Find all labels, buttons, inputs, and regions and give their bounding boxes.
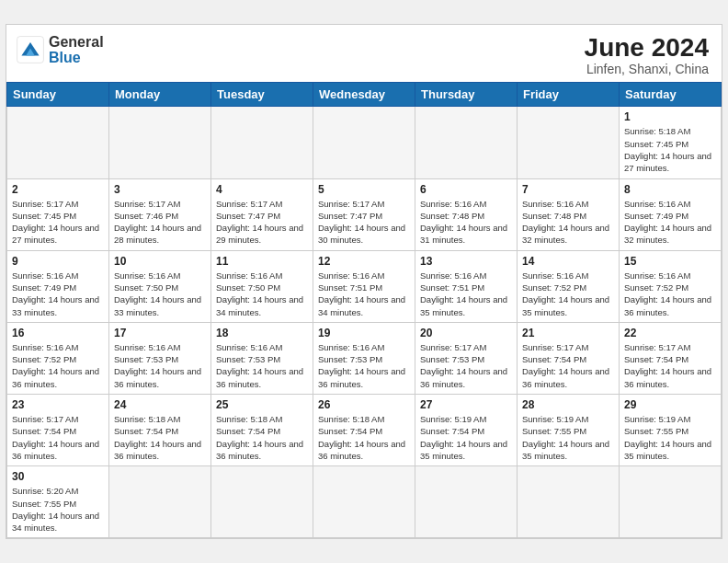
day-info: Sunrise: 5:17 AMSunset: 7:45 PMDaylight:… xyxy=(12,198,104,247)
logo-text: General Blue xyxy=(49,34,104,66)
header-wednesday: Wednesday xyxy=(313,83,415,107)
table-row: 24Sunrise: 5:18 AMSunset: 7:54 PMDayligh… xyxy=(109,395,211,466)
table-row xyxy=(518,466,620,538)
table-row: 7Sunrise: 5:16 AMSunset: 7:48 PMDaylight… xyxy=(518,178,620,250)
table-row xyxy=(211,107,313,178)
day-number: 1 xyxy=(624,110,716,123)
month-year-title: June 2024 xyxy=(585,34,709,63)
table-row: 6Sunrise: 5:16 AMSunset: 7:48 PMDaylight… xyxy=(415,178,518,250)
day-number: 8 xyxy=(624,183,716,196)
table-row: 30Sunrise: 5:20 AMSunset: 7:55 PMDayligh… xyxy=(7,466,109,538)
day-info: Sunrise: 5:19 AMSunset: 7:55 PMDaylight:… xyxy=(522,413,614,462)
day-info: Sunrise: 5:18 AMSunset: 7:54 PMDaylight:… xyxy=(318,413,410,462)
day-number: 4 xyxy=(216,183,308,196)
calendar-table: Sunday Monday Tuesday Wednesday Thursday… xyxy=(6,82,722,538)
table-row: 20Sunrise: 5:17 AMSunset: 7:53 PMDayligh… xyxy=(415,322,518,394)
day-number: 10 xyxy=(114,255,206,268)
table-row: 27Sunrise: 5:19 AMSunset: 7:54 PMDayligh… xyxy=(415,395,518,466)
table-row: 4Sunrise: 5:17 AMSunset: 7:47 PMDaylight… xyxy=(211,178,313,250)
header-friday: Friday xyxy=(518,83,620,107)
day-info: Sunrise: 5:16 AMSunset: 7:49 PMDaylight:… xyxy=(12,270,104,318)
table-row: 23Sunrise: 5:17 AMSunset: 7:54 PMDayligh… xyxy=(7,395,109,466)
day-number: 7 xyxy=(522,183,614,196)
day-info: Sunrise: 5:16 AMSunset: 7:48 PMDaylight:… xyxy=(522,198,614,247)
day-info: Sunrise: 5:17 AMSunset: 7:47 PMDaylight:… xyxy=(216,198,308,247)
day-number: 15 xyxy=(624,255,716,268)
table-row xyxy=(415,107,518,178)
table-row xyxy=(109,107,211,178)
weekday-header-row: Sunday Monday Tuesday Wednesday Thursday… xyxy=(7,83,722,107)
day-info: Sunrise: 5:16 AMSunset: 7:53 PMDaylight:… xyxy=(114,341,206,390)
table-row: 28Sunrise: 5:19 AMSunset: 7:55 PMDayligh… xyxy=(518,395,620,466)
header-thursday: Thursday xyxy=(415,83,518,107)
day-number: 24 xyxy=(114,398,206,411)
table-row: 16Sunrise: 5:16 AMSunset: 7:52 PMDayligh… xyxy=(7,322,109,394)
day-number: 27 xyxy=(420,398,512,411)
table-row: 2Sunrise: 5:17 AMSunset: 7:45 PMDaylight… xyxy=(7,178,109,250)
day-info: Sunrise: 5:17 AMSunset: 7:54 PMDaylight:… xyxy=(12,413,104,462)
day-number: 30 xyxy=(12,470,104,483)
day-number: 23 xyxy=(12,398,104,411)
table-row: 3Sunrise: 5:17 AMSunset: 7:46 PMDaylight… xyxy=(109,178,211,250)
day-number: 14 xyxy=(522,255,614,268)
day-number: 13 xyxy=(420,255,512,268)
day-info: Sunrise: 5:16 AMSunset: 7:51 PMDaylight:… xyxy=(318,270,410,318)
day-number: 2 xyxy=(12,183,104,196)
day-info: Sunrise: 5:16 AMSunset: 7:50 PMDaylight:… xyxy=(114,270,206,318)
table-row xyxy=(518,107,620,178)
day-info: Sunrise: 5:17 AMSunset: 7:54 PMDaylight:… xyxy=(624,341,716,390)
table-row: 1Sunrise: 5:18 AMSunset: 7:45 PMDaylight… xyxy=(620,107,722,178)
calendar-row-1: 1Sunrise: 5:18 AMSunset: 7:45 PMDaylight… xyxy=(7,107,722,178)
day-info: Sunrise: 5:20 AMSunset: 7:55 PMDaylight:… xyxy=(12,485,104,534)
day-info: Sunrise: 5:17 AMSunset: 7:53 PMDaylight:… xyxy=(420,341,512,390)
day-number: 28 xyxy=(522,398,614,411)
header-tuesday: Tuesday xyxy=(211,83,313,107)
calendar-row-6: 30Sunrise: 5:20 AMSunset: 7:55 PMDayligh… xyxy=(7,466,722,538)
day-info: Sunrise: 5:17 AMSunset: 7:54 PMDaylight:… xyxy=(522,341,614,390)
table-row: 13Sunrise: 5:16 AMSunset: 7:51 PMDayligh… xyxy=(415,250,518,322)
header-sunday: Sunday xyxy=(7,83,109,107)
day-info: Sunrise: 5:16 AMSunset: 7:49 PMDaylight:… xyxy=(624,198,716,247)
table-row xyxy=(313,107,415,178)
day-number: 6 xyxy=(420,183,512,196)
calendar-header: General Blue June 2024 Linfen, Shanxi, C… xyxy=(6,25,722,83)
day-info: Sunrise: 5:16 AMSunset: 7:53 PMDaylight:… xyxy=(216,341,308,390)
day-info: Sunrise: 5:17 AMSunset: 7:46 PMDaylight:… xyxy=(114,198,206,247)
day-info: Sunrise: 5:16 AMSunset: 7:53 PMDaylight:… xyxy=(318,341,410,390)
table-row: 21Sunrise: 5:17 AMSunset: 7:54 PMDayligh… xyxy=(518,322,620,394)
calendar-row-2: 2Sunrise: 5:17 AMSunset: 7:45 PMDaylight… xyxy=(7,178,722,250)
day-number: 20 xyxy=(420,327,512,339)
location-subtitle: Linfen, Shanxi, China xyxy=(585,62,709,76)
table-row: 22Sunrise: 5:17 AMSunset: 7:54 PMDayligh… xyxy=(620,322,722,394)
calendar-container: General Blue June 2024 Linfen, Shanxi, C… xyxy=(6,24,722,540)
table-row: 12Sunrise: 5:16 AMSunset: 7:51 PMDayligh… xyxy=(313,250,415,322)
day-number: 3 xyxy=(114,183,206,196)
header-saturday: Saturday xyxy=(620,83,722,107)
day-info: Sunrise: 5:16 AMSunset: 7:50 PMDaylight:… xyxy=(216,270,308,318)
day-number: 12 xyxy=(318,255,410,268)
day-info: Sunrise: 5:19 AMSunset: 7:54 PMDaylight:… xyxy=(420,413,512,462)
general-blue-logo-icon xyxy=(16,35,45,64)
day-number: 25 xyxy=(216,398,308,411)
table-row: 8Sunrise: 5:16 AMSunset: 7:49 PMDaylight… xyxy=(620,178,722,250)
day-info: Sunrise: 5:16 AMSunset: 7:48 PMDaylight:… xyxy=(420,198,512,247)
table-row: 25Sunrise: 5:18 AMSunset: 7:54 PMDayligh… xyxy=(211,395,313,466)
header-monday: Monday xyxy=(109,83,211,107)
day-number: 21 xyxy=(522,327,614,339)
table-row: 10Sunrise: 5:16 AMSunset: 7:50 PMDayligh… xyxy=(109,250,211,322)
day-info: Sunrise: 5:17 AMSunset: 7:47 PMDaylight:… xyxy=(318,198,410,247)
table-row xyxy=(415,466,518,538)
day-number: 17 xyxy=(114,327,206,339)
table-row xyxy=(109,466,211,538)
day-number: 9 xyxy=(12,255,104,268)
table-row: 5Sunrise: 5:17 AMSunset: 7:47 PMDaylight… xyxy=(313,178,415,250)
title-area: June 2024 Linfen, Shanxi, China xyxy=(585,34,709,77)
table-row: 14Sunrise: 5:16 AMSunset: 7:52 PMDayligh… xyxy=(518,250,620,322)
day-info: Sunrise: 5:16 AMSunset: 7:52 PMDaylight:… xyxy=(522,270,614,318)
day-info: Sunrise: 5:19 AMSunset: 7:55 PMDaylight:… xyxy=(624,413,716,462)
logo-area: General Blue xyxy=(16,34,104,66)
day-number: 29 xyxy=(624,398,716,411)
table-row: 26Sunrise: 5:18 AMSunset: 7:54 PMDayligh… xyxy=(313,395,415,466)
day-number: 26 xyxy=(318,398,410,411)
day-info: Sunrise: 5:16 AMSunset: 7:52 PMDaylight:… xyxy=(624,270,716,318)
